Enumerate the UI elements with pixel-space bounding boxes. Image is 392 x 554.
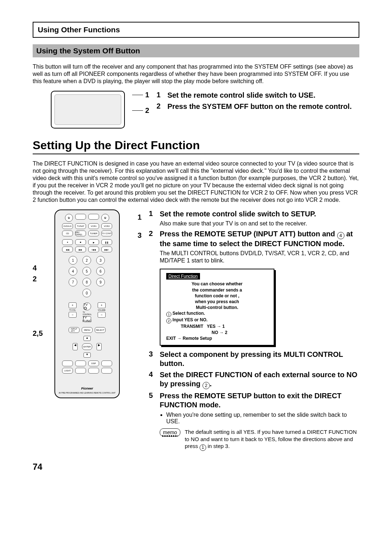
page-number: 74 — [33, 462, 359, 472]
s2-step4: Set the DIRECT FUNCTION of each external… — [160, 370, 359, 389]
step2-text: Press the SYSTEM OFF button on the remot… — [167, 102, 352, 111]
source-button: ⏻ — [65, 214, 73, 222]
page-header-box: Using Other Functions — [33, 22, 359, 38]
section2-intro: The DIRECT FUNCTION is designed in case … — [33, 160, 359, 204]
page-header-title: Using Other Functions — [38, 25, 120, 34]
s2-step5: Press the REMOTE SETUP button to exit th… — [160, 391, 359, 410]
memo-badge: memo — [160, 428, 180, 436]
circled-1-icon: 1 — [200, 444, 206, 451]
memo-text: The default setting is all YES. If you h… — [185, 428, 359, 451]
section1-intro: This button will turn off the receiver a… — [33, 63, 359, 85]
step5-bullet-list: When you're done setting up, remember to… — [160, 412, 359, 425]
receiver-button: ⏻ — [101, 214, 109, 222]
section-title-direct-function: Setting Up the Direct Function — [33, 139, 359, 154]
section-title-system-off: Using the System Off Button — [33, 44, 359, 57]
step2-num: 2 — [156, 102, 163, 111]
circled-2-icon: 2 — [203, 382, 210, 389]
dpad: ENTER ▲ ▼ ◀ ▶ — [73, 336, 102, 358]
remote-top-illustration — [51, 91, 125, 129]
s2-step3: Select a component by pressing its MULTI… — [160, 350, 359, 368]
s2-step1: Set the remote control slide switch to S… — [160, 209, 316, 227]
brand-logo: Pioneer — [81, 387, 93, 390]
remote-tag: AV PRE-PROGRAMMED AND LEARNING REMOTE CO… — [59, 392, 116, 394]
remote-full-illustration: ⏻⏻ DVD/LDTV/SATVCR1VCR2 CDMD/ TAPE1TUNER… — [54, 209, 120, 398]
callout-lines-top: 1 2 — [132, 91, 149, 115]
step1-num: 1 — [156, 91, 163, 100]
circled-4-icon: 4 — [337, 232, 344, 239]
s2-step2: Press the REMOTE SETUP (INPUT ATT) butto… — [160, 229, 359, 264]
lcd-screen-direct-function: Direct Function You can choose whether t… — [160, 269, 274, 346]
step1-text: Set the remote control slide switch to U… — [167, 91, 315, 100]
